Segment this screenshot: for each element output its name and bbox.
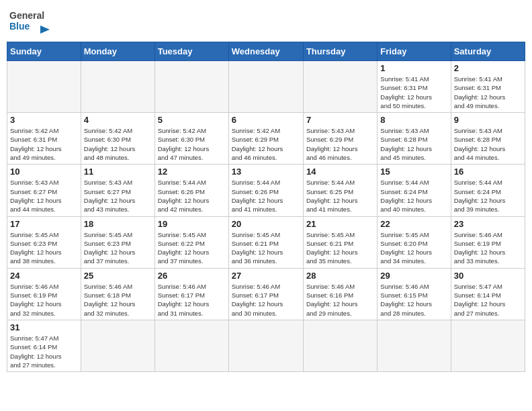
day-number: 14 <box>306 167 374 177</box>
calendar-cell: 24Sunrise: 5:46 AM Sunset: 6:19 PM Dayli… <box>7 268 81 320</box>
day-number: 15 <box>380 167 447 177</box>
day-number: 31 <box>10 322 78 332</box>
day-number: 7 <box>306 115 374 125</box>
day-info: Sunrise: 5:43 AM Sunset: 6:29 PM Dayligh… <box>306 126 374 162</box>
day-info: Sunrise: 5:44 AM Sunset: 6:26 PM Dayligh… <box>232 178 300 214</box>
calendar-cell: 11Sunrise: 5:43 AM Sunset: 6:27 PM Dayli… <box>81 165 154 216</box>
calendar-table: SundayMondayTuesdayWednesdayThursdayFrid… <box>7 42 525 372</box>
calendar-cell: 9Sunrise: 5:43 AM Sunset: 6:28 PM Daylig… <box>451 113 525 165</box>
calendar-cell: 18Sunrise: 5:45 AM Sunset: 6:23 PM Dayli… <box>81 216 154 268</box>
svg-text:General: General <box>9 10 44 21</box>
calendar-cell <box>228 61 303 113</box>
week-row-5: 31Sunrise: 5:47 AM Sunset: 6:14 PM Dayli… <box>7 320 525 371</box>
day-info: Sunrise: 5:42 AM Sunset: 6:30 PM Dayligh… <box>158 126 226 162</box>
day-number: 10 <box>10 167 78 177</box>
day-number: 5 <box>158 115 226 125</box>
day-number: 12 <box>158 167 226 177</box>
week-row-0: 1Sunrise: 5:41 AM Sunset: 6:31 PM Daylig… <box>7 61 525 113</box>
calendar-cell: 15Sunrise: 5:44 AM Sunset: 6:24 PM Dayli… <box>378 165 451 216</box>
calendar-cell: 26Sunrise: 5:46 AM Sunset: 6:17 PM Dayli… <box>154 268 228 320</box>
logo: General Blue <box>9 7 50 36</box>
day-info: Sunrise: 5:44 AM Sunset: 6:24 PM Dayligh… <box>380 178 447 214</box>
calendar-cell: 5Sunrise: 5:42 AM Sunset: 6:30 PM Daylig… <box>154 113 228 165</box>
day-info: Sunrise: 5:41 AM Sunset: 6:31 PM Dayligh… <box>454 75 522 110</box>
week-row-1: 3Sunrise: 5:42 AM Sunset: 6:31 PM Daylig… <box>7 113 525 165</box>
calendar-cell: 7Sunrise: 5:43 AM Sunset: 6:29 PM Daylig… <box>303 113 377 165</box>
day-number: 17 <box>10 219 78 229</box>
calendar-cell <box>451 320 525 371</box>
header-tuesday: Tuesday <box>154 42 228 61</box>
header-wednesday: Wednesday <box>228 42 303 61</box>
day-info: Sunrise: 5:44 AM Sunset: 6:24 PM Dayligh… <box>454 178 522 214</box>
logo-icon: General Blue <box>9 7 50 36</box>
calendar-cell: 20Sunrise: 5:45 AM Sunset: 6:21 PM Dayli… <box>228 216 303 268</box>
calendar-cell: 21Sunrise: 5:45 AM Sunset: 6:21 PM Dayli… <box>303 216 377 268</box>
day-number: 25 <box>84 271 152 281</box>
day-info: Sunrise: 5:44 AM Sunset: 6:25 PM Dayligh… <box>306 178 374 214</box>
day-number: 6 <box>232 115 300 125</box>
day-number: 1 <box>380 63 447 73</box>
day-info: Sunrise: 5:42 AM Sunset: 6:30 PM Dayligh… <box>84 126 152 162</box>
calendar-cell <box>81 320 154 371</box>
calendar-cell: 31Sunrise: 5:47 AM Sunset: 6:14 PM Dayli… <box>7 320 81 371</box>
day-number: 4 <box>84 115 152 125</box>
calendar-header-row: SundayMondayTuesdayWednesdayThursdayFrid… <box>7 42 525 61</box>
page-header: General Blue <box>7 7 525 36</box>
day-number: 22 <box>380 219 447 229</box>
day-number: 24 <box>10 271 78 281</box>
day-number: 19 <box>158 219 226 229</box>
calendar-cell <box>303 320 377 371</box>
day-number: 2 <box>454 63 522 73</box>
calendar-cell: 17Sunrise: 5:45 AM Sunset: 6:23 PM Dayli… <box>7 216 81 268</box>
day-info: Sunrise: 5:43 AM Sunset: 6:28 PM Dayligh… <box>380 126 447 162</box>
calendar-cell <box>7 61 81 113</box>
calendar-cell: 28Sunrise: 5:46 AM Sunset: 6:16 PM Dayli… <box>303 268 377 320</box>
day-info: Sunrise: 5:46 AM Sunset: 6:18 PM Dayligh… <box>84 282 152 318</box>
day-info: Sunrise: 5:45 AM Sunset: 6:22 PM Dayligh… <box>158 230 226 266</box>
day-info: Sunrise: 5:44 AM Sunset: 6:26 PM Dayligh… <box>158 178 226 214</box>
day-number: 26 <box>158 271 226 281</box>
calendar-cell: 23Sunrise: 5:46 AM Sunset: 6:19 PM Dayli… <box>451 216 525 268</box>
week-row-4: 24Sunrise: 5:46 AM Sunset: 6:19 PM Dayli… <box>7 268 525 320</box>
calendar-cell: 4Sunrise: 5:42 AM Sunset: 6:30 PM Daylig… <box>81 113 154 165</box>
header-monday: Monday <box>81 42 154 61</box>
day-info: Sunrise: 5:42 AM Sunset: 6:31 PM Dayligh… <box>10 126 78 162</box>
day-number: 11 <box>84 167 152 177</box>
day-number: 23 <box>454 219 522 229</box>
calendar-cell: 10Sunrise: 5:43 AM Sunset: 6:27 PM Dayli… <box>7 165 81 216</box>
calendar-cell <box>154 61 228 113</box>
day-info: Sunrise: 5:46 AM Sunset: 6:19 PM Dayligh… <box>10 282 78 318</box>
calendar-cell: 14Sunrise: 5:44 AM Sunset: 6:25 PM Dayli… <box>303 165 377 216</box>
calendar-cell: 25Sunrise: 5:46 AM Sunset: 6:18 PM Dayli… <box>81 268 154 320</box>
day-number: 30 <box>454 271 522 281</box>
day-info: Sunrise: 5:45 AM Sunset: 6:23 PM Dayligh… <box>10 230 78 266</box>
header-friday: Friday <box>378 42 451 61</box>
day-number: 29 <box>380 271 447 281</box>
day-number: 27 <box>232 271 300 281</box>
header-sunday: Sunday <box>7 42 81 61</box>
day-number: 8 <box>380 115 447 125</box>
day-info: Sunrise: 5:43 AM Sunset: 6:27 PM Dayligh… <box>84 178 152 214</box>
svg-marker-2 <box>40 26 50 34</box>
day-info: Sunrise: 5:41 AM Sunset: 6:31 PM Dayligh… <box>380 75 447 110</box>
day-info: Sunrise: 5:42 AM Sunset: 6:29 PM Dayligh… <box>232 126 300 162</box>
day-info: Sunrise: 5:46 AM Sunset: 6:19 PM Dayligh… <box>454 230 522 266</box>
calendar-cell: 30Sunrise: 5:47 AM Sunset: 6:14 PM Dayli… <box>451 268 525 320</box>
svg-text:Blue: Blue <box>9 21 30 32</box>
calendar-cell: 13Sunrise: 5:44 AM Sunset: 6:26 PM Dayli… <box>228 165 303 216</box>
day-info: Sunrise: 5:46 AM Sunset: 6:16 PM Dayligh… <box>306 282 374 318</box>
day-info: Sunrise: 5:46 AM Sunset: 6:15 PM Dayligh… <box>380 282 447 318</box>
day-number: 13 <box>232 167 300 177</box>
calendar-cell <box>81 61 154 113</box>
calendar-cell: 19Sunrise: 5:45 AM Sunset: 6:22 PM Dayli… <box>154 216 228 268</box>
day-info: Sunrise: 5:45 AM Sunset: 6:23 PM Dayligh… <box>84 230 152 266</box>
day-number: 21 <box>306 219 374 229</box>
day-info: Sunrise: 5:46 AM Sunset: 6:17 PM Dayligh… <box>232 282 300 318</box>
day-number: 9 <box>454 115 522 125</box>
day-info: Sunrise: 5:45 AM Sunset: 6:21 PM Dayligh… <box>232 230 300 266</box>
day-number: 3 <box>10 115 78 125</box>
week-row-2: 10Sunrise: 5:43 AM Sunset: 6:27 PM Dayli… <box>7 165 525 216</box>
day-number: 18 <box>84 219 152 229</box>
calendar-cell <box>228 320 303 371</box>
day-number: 20 <box>232 219 300 229</box>
